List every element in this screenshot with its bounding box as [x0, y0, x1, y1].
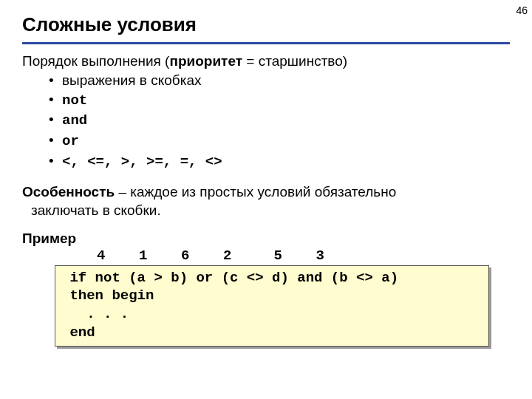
subhead-suffix: = старшинство): [242, 53, 347, 69]
list-item: or: [49, 131, 510, 151]
feature-bold: Особенность: [22, 184, 115, 200]
page-title: Сложные условия: [22, 13, 510, 44]
subhead-prefix: Порядок выполнения (: [22, 53, 169, 69]
execution-order-heading: Порядок выполнения (приоритет = старшинс…: [22, 53, 510, 69]
list-item-text: or: [62, 133, 79, 149]
list-item-text: выражения в скобках: [62, 72, 201, 88]
list-item: <, <=, >, >=, =, <>: [49, 151, 510, 172]
order-annotations: 4 1 6 2 5 3: [55, 248, 510, 264]
example-label: Пример: [22, 231, 510, 247]
list-item: not: [49, 90, 510, 111]
page-number: 46: [516, 4, 528, 16]
list-item: выражения в скобках: [49, 71, 510, 90]
code-example: if not (a > b) or (c <> d) and (b <> a) …: [55, 265, 489, 347]
feature-line1: – каждое из простых условий обязательно: [115, 184, 396, 200]
feature-paragraph: Особенность – каждое из простых условий …: [22, 183, 510, 219]
list-item-text: <, <=, >, >=, =, <>: [62, 154, 222, 170]
priority-list: выражения в скобкахnotandor<, <=, >, >=,…: [49, 71, 510, 171]
list-item: and: [49, 110, 510, 131]
list-item-text: not: [62, 92, 87, 109]
feature-line2: заключать в скобки.: [31, 202, 161, 218]
list-item-text: and: [62, 112, 87, 129]
subhead-priority: приоритет: [169, 53, 242, 69]
